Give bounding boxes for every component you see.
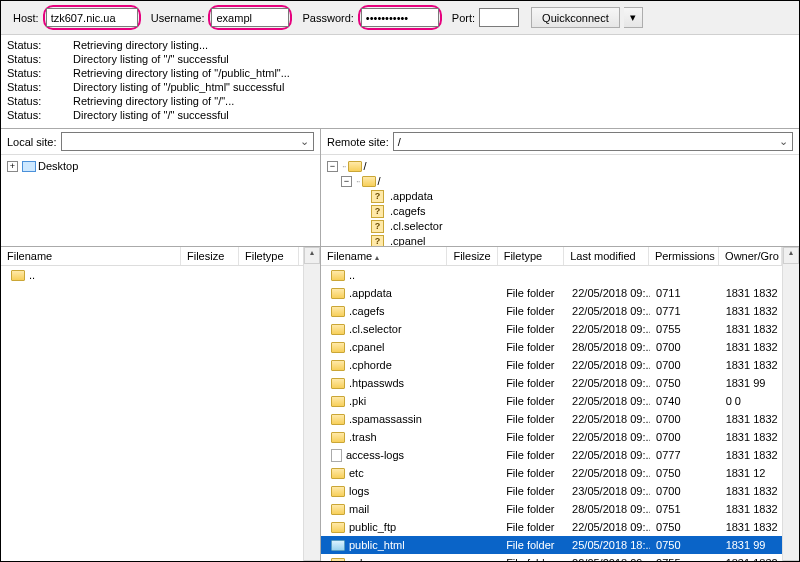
expand-icon[interactable]: + xyxy=(7,161,18,172)
col-lastmodified[interactable]: Last modified xyxy=(564,247,649,265)
tree-node-desktop[interactable]: + Desktop xyxy=(7,159,314,174)
filename-text: ssl xyxy=(349,557,362,562)
local-pane: Local site: ⌄ + Desktop xyxy=(1,129,321,246)
list-item[interactable]: .. xyxy=(321,266,782,284)
remote-tree[interactable]: − ·· / − ·· / ?.appdata ?.cagefs ?.cl.se… xyxy=(321,155,799,246)
col-filename[interactable]: Filename xyxy=(1,247,181,265)
tree-node[interactable]: − ·· / xyxy=(327,174,793,189)
filetype-text: File folder xyxy=(500,539,566,551)
permissions-text: 0751 xyxy=(650,503,720,515)
filename-text: .cphorde xyxy=(349,359,392,371)
quickconnect-button[interactable]: Quickconnect xyxy=(531,7,620,28)
collapse-icon[interactable]: − xyxy=(341,176,352,187)
list-item[interactable]: .spamassassinFile folder22/05/2018 09:..… xyxy=(321,410,782,428)
remote-listview[interactable]: Filename▴ Filesize Filetype Last modifie… xyxy=(321,247,782,562)
filename-text: etc xyxy=(349,467,364,479)
local-scrollbar[interactable]: ▴ ▾ xyxy=(303,247,320,562)
filetype-text: File folder xyxy=(500,413,566,425)
list-item[interactable]: sslFile folder22/05/2018 09:...07551831 … xyxy=(321,554,782,562)
lastmodified-text: 23/05/2018 09:... xyxy=(566,485,650,497)
col-owner[interactable]: Owner/Gro xyxy=(719,247,782,265)
unknown-icon: ? xyxy=(371,190,384,203)
owner-text: 1831 1832 xyxy=(720,485,782,497)
lastmodified-text: 22/05/2018 09:... xyxy=(566,413,650,425)
folder-icon xyxy=(331,288,345,299)
folder-icon xyxy=(11,270,25,281)
permissions-text: 0700 xyxy=(650,341,720,353)
remote-list-wrapper: Filename▴ Filesize Filetype Last modifie… xyxy=(321,247,799,562)
list-item-parent[interactable]: .. xyxy=(1,266,303,284)
folder-icon xyxy=(362,176,376,187)
host-input[interactable] xyxy=(46,8,138,27)
lastmodified-text: 22/05/2018 09:... xyxy=(566,377,650,389)
filename-text: public_html xyxy=(349,539,405,551)
list-item[interactable]: mailFile folder28/05/2018 09:...07511831… xyxy=(321,500,782,518)
folder-icon xyxy=(331,342,345,353)
local-site-combo[interactable]: ⌄ xyxy=(61,132,314,151)
col-filetype[interactable]: Filetype xyxy=(239,247,299,265)
remote-site-combo[interactable]: / ⌄ xyxy=(393,132,793,151)
password-highlight xyxy=(358,5,442,30)
folder-icon xyxy=(331,414,345,425)
local-listview[interactable]: Filename Filesize Filetype .. xyxy=(1,247,303,562)
list-item[interactable]: access-logsFile folder22/05/2018 09:...0… xyxy=(321,446,782,464)
folder-icon xyxy=(331,540,345,551)
list-item[interactable]: .cagefsFile folder22/05/2018 09:...07711… xyxy=(321,302,782,320)
list-item[interactable]: .pkiFile folder22/05/2018 09:...07400 0 xyxy=(321,392,782,410)
list-item[interactable]: .cphordeFile folder22/05/2018 09:...0700… xyxy=(321,356,782,374)
remote-site-label: Remote site: xyxy=(327,136,389,148)
folder-icon xyxy=(331,360,345,371)
log-line: Status:Directory listing of "/" successf… xyxy=(7,108,793,122)
tree-label: / xyxy=(378,174,381,189)
tree-node[interactable]: ?.appdata xyxy=(327,189,793,204)
quickconnect-dropdown[interactable]: ▾ xyxy=(624,7,643,28)
list-item[interactable]: .cl.selectorFile folder22/05/2018 09:...… xyxy=(321,320,782,338)
list-split: Filename Filesize Filetype .. ▴ ▾ Filena… xyxy=(1,247,799,562)
list-item[interactable]: public_htmlFile folder25/05/2018 18:...0… xyxy=(321,536,782,554)
filename-text: access-logs xyxy=(346,449,404,461)
remote-list-body[interactable]: ...appdataFile folder22/05/2018 09:...07… xyxy=(321,266,782,562)
username-input[interactable] xyxy=(211,8,289,27)
list-item[interactable]: logsFile folder23/05/2018 09:...07001831… xyxy=(321,482,782,500)
tree-node-root[interactable]: − ·· / xyxy=(327,159,793,174)
owner-text: 1831 1832 xyxy=(720,305,782,317)
unknown-icon: ? xyxy=(371,220,384,233)
password-input[interactable] xyxy=(361,8,439,27)
lastmodified-text: 22/05/2018 09:... xyxy=(566,287,650,299)
folder-icon xyxy=(348,161,362,172)
list-item[interactable]: etcFile folder22/05/2018 09:...07501831 … xyxy=(321,464,782,482)
permissions-text: 0750 xyxy=(650,539,720,551)
log-line: Status:Directory listing of "/public_htm… xyxy=(7,80,793,94)
permissions-text: 0700 xyxy=(650,431,720,443)
host-highlight xyxy=(43,5,141,30)
list-item[interactable]: .trashFile folder22/05/2018 09:...070018… xyxy=(321,428,782,446)
scroll-up-icon[interactable]: ▴ xyxy=(304,247,320,264)
tree-node[interactable]: ?.cl.selector xyxy=(327,219,793,234)
remote-scrollbar[interactable]: ▴ ▾ xyxy=(782,247,799,562)
list-item[interactable]: public_ftpFile folder22/05/2018 09:...07… xyxy=(321,518,782,536)
remote-site-value: / xyxy=(398,136,401,148)
owner-text: 1831 1832 xyxy=(720,503,782,515)
lastmodified-text: 25/05/2018 18:... xyxy=(566,539,650,551)
tree-node[interactable]: ?.cpanel xyxy=(327,234,793,246)
lastmodified-text: 22/05/2018 09:... xyxy=(566,467,650,479)
local-tree[interactable]: + Desktop xyxy=(1,155,320,246)
col-filesize[interactable]: Filesize xyxy=(447,247,497,265)
col-filetype[interactable]: Filetype xyxy=(498,247,565,265)
lastmodified-text: 28/05/2018 09:... xyxy=(566,503,650,515)
collapse-icon[interactable]: − xyxy=(327,161,338,172)
list-item[interactable]: .appdataFile folder22/05/2018 09:...0711… xyxy=(321,284,782,302)
filetype-text: File folder xyxy=(500,449,566,461)
col-permissions[interactable]: Permissions xyxy=(649,247,719,265)
list-item[interactable]: .cpanelFile folder28/05/2018 09:...07001… xyxy=(321,338,782,356)
chevron-down-icon: ⌄ xyxy=(779,135,788,148)
col-filesize[interactable]: Filesize xyxy=(181,247,239,265)
col-filename[interactable]: Filename▴ xyxy=(321,247,447,265)
list-item[interactable]: .htpasswdsFile folder22/05/2018 09:...07… xyxy=(321,374,782,392)
scroll-up-icon[interactable]: ▴ xyxy=(783,247,799,264)
local-list-body[interactable]: .. xyxy=(1,266,303,562)
port-input[interactable] xyxy=(479,8,519,27)
permissions-text: 0771 xyxy=(650,305,720,317)
remote-pane: Remote site: / ⌄ − ·· / − ·· / ?.appdata… xyxy=(321,129,799,246)
tree-node[interactable]: ?.cagefs xyxy=(327,204,793,219)
